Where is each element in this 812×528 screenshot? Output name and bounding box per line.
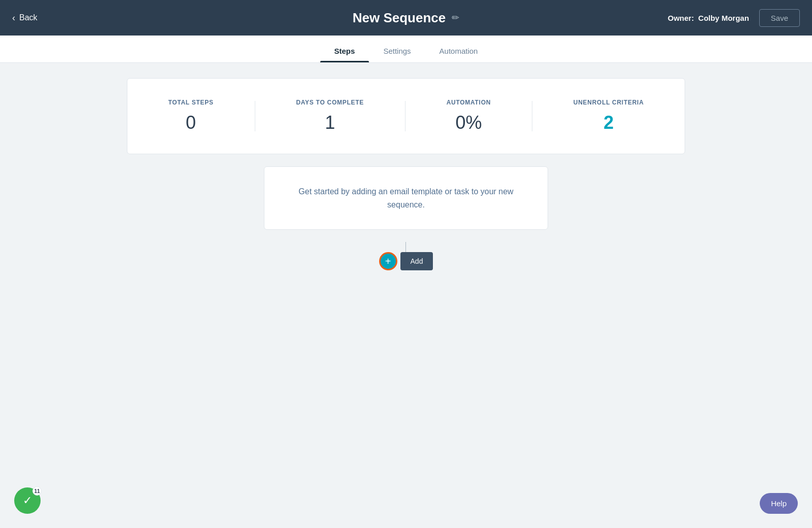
back-button[interactable]: ‹ Back	[12, 13, 38, 23]
check-icon: ✓	[23, 494, 32, 507]
stat-days-to-complete: DAYS TO COMPLETE 1	[296, 99, 364, 133]
stat-divider-3	[532, 101, 532, 131]
stat-total-steps: TOTAL STEPS 0	[168, 99, 213, 133]
notification-badge[interactable]: ✓ 11	[14, 487, 41, 514]
stat-unenroll-label: UNENROLL CRITERIA	[573, 99, 644, 106]
owner-label: Owner:	[668, 14, 694, 22]
back-chevron-icon: ‹	[12, 13, 15, 23]
stat-unenroll-criteria: UNENROLL CRITERIA 2	[573, 99, 644, 133]
stat-total-steps-label: TOTAL STEPS	[168, 99, 213, 106]
header: ‹ Back New Sequence ✏ Owner: Colby Morga…	[0, 0, 812, 36]
add-plus-button[interactable]: +	[379, 252, 397, 270]
stat-days-label: DAYS TO COMPLETE	[296, 99, 364, 106]
stat-total-steps-value: 0	[186, 112, 196, 133]
save-button[interactable]: Save	[759, 9, 800, 27]
stat-unenroll-value: 2	[603, 112, 614, 133]
notification-count: 11	[32, 486, 42, 496]
header-right: Owner: Colby Morgan Save	[668, 9, 800, 27]
stat-divider-1	[255, 101, 255, 131]
connector-line	[405, 242, 406, 252]
help-button[interactable]: Help	[760, 493, 798, 514]
tab-steps[interactable]: Steps	[320, 47, 369, 62]
stat-automation: AUTOMATION 0%	[447, 99, 491, 133]
add-row: + Add	[379, 252, 433, 270]
add-area: + Add	[379, 242, 433, 270]
empty-state-card: Get started by adding an email template …	[264, 166, 548, 230]
empty-state-text: Get started by adding an email template …	[295, 185, 517, 211]
edit-icon[interactable]: ✏	[452, 12, 459, 23]
header-title-group: New Sequence ✏	[353, 10, 460, 26]
tabs-bar: Steps Settings Automation	[0, 36, 812, 63]
owner-info: Owner: Colby Morgan	[668, 14, 749, 22]
add-button[interactable]: Add	[400, 252, 433, 270]
stats-card: TOTAL STEPS 0 DAYS TO COMPLETE 1 AUTOMAT…	[127, 78, 685, 154]
tab-automation[interactable]: Automation	[425, 47, 492, 62]
plus-icon: +	[385, 256, 391, 266]
page-title: New Sequence	[353, 10, 446, 26]
stat-automation-value: 0%	[455, 112, 482, 133]
stat-days-value: 1	[325, 112, 335, 133]
stat-automation-label: AUTOMATION	[447, 99, 491, 106]
stat-divider-2	[405, 101, 405, 131]
tab-settings[interactable]: Settings	[369, 47, 425, 62]
main-content: TOTAL STEPS 0 DAYS TO COMPLETE 1 AUTOMAT…	[0, 63, 812, 286]
back-label: Back	[19, 13, 38, 22]
owner-name: Colby Morgan	[698, 14, 749, 22]
